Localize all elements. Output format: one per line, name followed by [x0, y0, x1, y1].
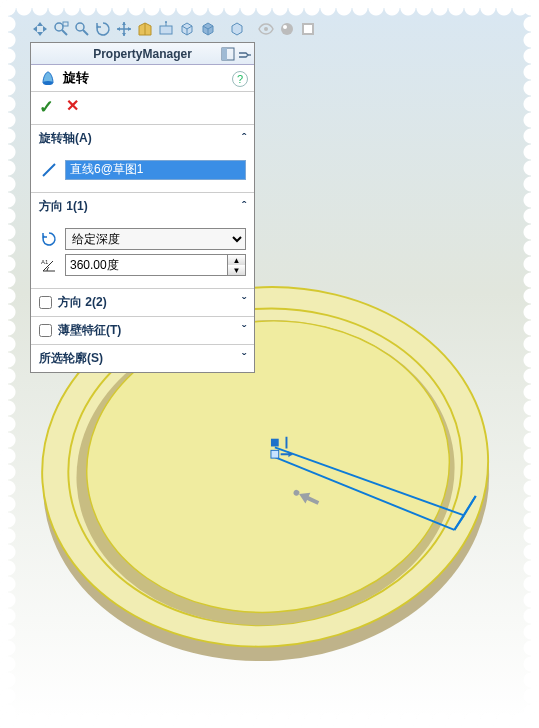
- direction2-checkbox[interactable]: 方向 2(2): [39, 294, 107, 311]
- svg-rect-18: [160, 26, 172, 34]
- hide-show-icon[interactable]: [256, 19, 276, 39]
- help-icon[interactable]: ?: [232, 71, 248, 87]
- view-toolbar: [30, 18, 318, 40]
- svg-rect-10: [271, 439, 279, 447]
- section-direction1: 方向 1(1) ˆ 给定深度 A1: [31, 193, 254, 289]
- zoom-area-icon[interactable]: [51, 19, 71, 39]
- revolve-feature-icon: [39, 69, 57, 87]
- section-thin-feature: 薄壁特征(T) ˇ: [31, 317, 254, 345]
- svg-line-14: [62, 30, 67, 35]
- svg-rect-15: [63, 22, 68, 26]
- chevron-down-icon: ˇ: [242, 296, 246, 310]
- direction2-checkbox-input[interactable]: [39, 296, 52, 309]
- section-direction1-header[interactable]: 方向 1(1) ˆ: [31, 193, 254, 220]
- chevron-down-icon: ˇ: [242, 324, 246, 338]
- expand-panel-icon[interactable]: [220, 46, 236, 62]
- svg-point-23: [283, 25, 287, 29]
- ok-button[interactable]: ✓: [39, 96, 54, 118]
- section-thin-header[interactable]: 薄壁特征(T) ˇ: [31, 317, 254, 344]
- chevron-up-icon: ˆ: [242, 132, 246, 146]
- pm-title: PropertyManager: [93, 47, 192, 61]
- cancel-button[interactable]: ✕: [66, 96, 79, 118]
- axis-selection-field[interactable]: 直线6@草图1: [65, 160, 246, 180]
- svg-point-20: [165, 21, 167, 23]
- spin-up-icon[interactable]: ▲: [228, 255, 245, 265]
- svg-point-16: [76, 23, 84, 31]
- angle-icon: A1: [39, 255, 59, 275]
- isometric-icon[interactable]: [227, 19, 247, 39]
- feature-name: 旋转: [63, 69, 89, 87]
- direction2-label: 方向 2(2): [58, 294, 107, 311]
- section-contours: 所选轮廓(S) ˇ: [31, 345, 254, 372]
- reverse-direction-icon[interactable]: [39, 229, 59, 249]
- section-direction2: 方向 2(2) ˇ: [31, 289, 254, 317]
- section-axis-header[interactable]: 旋转轴(A) ˆ: [31, 125, 254, 152]
- angle-input[interactable]: [66, 255, 227, 275]
- thin-feature-checkbox[interactable]: 薄壁特征(T): [39, 322, 121, 339]
- rotate-view-icon[interactable]: [93, 19, 113, 39]
- svg-rect-11: [271, 450, 279, 458]
- property-manager-panel: PropertyManager 旋转 ? ✓ ✕ 旋转轴(A) ˆ: [30, 42, 255, 373]
- zoom-dynamic-icon[interactable]: [72, 19, 92, 39]
- pin-panel-icon[interactable]: [236, 46, 252, 62]
- display-style-icon[interactable]: [198, 19, 218, 39]
- appearance-icon[interactable]: [277, 19, 297, 39]
- thin-feature-checkbox-input[interactable]: [39, 324, 52, 337]
- svg-point-13: [55, 23, 63, 31]
- svg-line-17: [83, 30, 88, 35]
- section-direction2-header[interactable]: 方向 2(2) ˇ: [31, 289, 254, 316]
- svg-point-29: [43, 81, 53, 85]
- chevron-up-icon: ˆ: [242, 200, 246, 214]
- spin-down-icon[interactable]: ▼: [228, 265, 245, 275]
- pm-titlebar: PropertyManager: [31, 43, 254, 65]
- axis-line-icon: [39, 160, 59, 180]
- svg-point-21: [264, 27, 268, 31]
- normal-to-icon[interactable]: [156, 19, 176, 39]
- chevron-down-icon: ˇ: [242, 352, 246, 366]
- confirm-row: ✓ ✕: [31, 92, 254, 125]
- pan-icon[interactable]: [114, 19, 134, 39]
- section-contours-header[interactable]: 所选轮廓(S) ˇ: [31, 345, 254, 372]
- section-contours-label: 所选轮廓(S): [39, 350, 103, 367]
- section-axis-label: 旋转轴(A): [39, 130, 92, 147]
- feature-header: 旋转 ?: [31, 65, 254, 92]
- thin-feature-label: 薄壁特征(T): [58, 322, 121, 339]
- svg-rect-25: [304, 25, 312, 33]
- end-condition-select[interactable]: 给定深度: [65, 228, 246, 250]
- svg-point-22: [281, 23, 293, 35]
- zoom-fit-icon[interactable]: [30, 19, 50, 39]
- svg-line-30: [43, 164, 55, 176]
- view-orientation-icon[interactable]: [177, 19, 197, 39]
- angle-spinner[interactable]: ▲ ▼: [65, 254, 246, 276]
- scene-icon[interactable]: [298, 19, 318, 39]
- section-view-icon[interactable]: [135, 19, 155, 39]
- svg-rect-27: [222, 48, 227, 60]
- section-axis: 旋转轴(A) ˆ 直线6@草图1: [31, 125, 254, 193]
- svg-text:A1: A1: [41, 259, 49, 265]
- section-direction1-label: 方向 1(1): [39, 198, 88, 215]
